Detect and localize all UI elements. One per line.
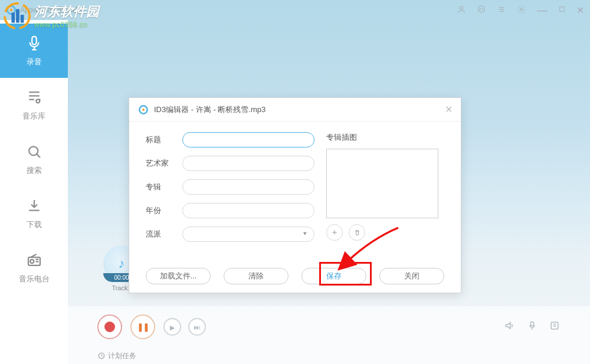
watermark-logo-icon bbox=[4, 2, 31, 29]
svg-point-3 bbox=[478, 6, 485, 12]
menu-icon[interactable] bbox=[497, 5, 506, 16]
chat-icon[interactable] bbox=[477, 5, 486, 16]
player-bar bbox=[68, 306, 590, 347]
svg-point-28 bbox=[142, 108, 145, 110]
mic-settings-icon[interactable] bbox=[526, 320, 538, 335]
sidebar-item-label: 下载 bbox=[27, 219, 42, 230]
dialog-header: ID3编辑器 - 许嵩 - 断桥残雪.mp3 ✕ bbox=[129, 98, 461, 122]
library-icon bbox=[25, 88, 43, 106]
watermark-url: www.pc0359.cn bbox=[34, 21, 99, 29]
svg-rect-30 bbox=[11, 12, 15, 22]
minimize-icon[interactable]: — bbox=[537, 4, 548, 17]
label-artist: 艺术家 bbox=[146, 158, 182, 169]
user-icon[interactable] bbox=[457, 5, 466, 16]
dialog-footer: 加载文件... 清除 保存 关闭 bbox=[129, 268, 461, 284]
delete-cover-button[interactable] bbox=[349, 224, 365, 241]
svg-point-5 bbox=[482, 8, 483, 9]
close-icon[interactable]: ✕ bbox=[576, 5, 584, 16]
dialog-logo-icon bbox=[137, 104, 149, 116]
sidebar-item-search[interactable]: 搜索 bbox=[0, 132, 68, 186]
dialog-title: ID3编辑器 - 许嵩 - 断桥残雪.mp3 bbox=[154, 104, 445, 115]
sidebar-item-label: 录音 bbox=[27, 57, 42, 67]
app-window: Apowersoft 录音精灵 — ✕ 录音 音乐库 搜索 下载 bbox=[0, 0, 590, 364]
svg-rect-11 bbox=[32, 37, 37, 45]
maximize-icon[interactable] bbox=[558, 5, 566, 15]
label-year: 年份 bbox=[146, 205, 182, 216]
svg-rect-32 bbox=[21, 15, 24, 22]
clear-button[interactable]: 清除 bbox=[224, 268, 289, 284]
label-title: 标题 bbox=[146, 135, 182, 145]
list-icon[interactable] bbox=[549, 320, 560, 335]
watermark: 河东软件园 www.pc0359.cn bbox=[0, 0, 105, 35]
input-artist[interactable] bbox=[182, 156, 314, 171]
record-button[interactable] bbox=[97, 314, 122, 339]
tasks-label: 计划任务 bbox=[108, 351, 136, 361]
gear-icon[interactable] bbox=[517, 5, 526, 16]
clock-icon bbox=[97, 352, 106, 360]
sidebar-item-label: 搜索 bbox=[27, 165, 42, 176]
pause-button[interactable] bbox=[130, 314, 155, 339]
search-icon bbox=[25, 143, 43, 160]
svg-rect-10 bbox=[560, 7, 565, 12]
svg-rect-23 bbox=[551, 322, 558, 329]
watermark-name: 河东软件园 bbox=[34, 3, 99, 21]
cover-art-box bbox=[326, 149, 438, 218]
sidebar-item-label: 音乐电台 bbox=[19, 274, 50, 284]
play-button[interactable] bbox=[163, 318, 181, 336]
sidebar-item-label: 音乐库 bbox=[22, 111, 45, 122]
label-cover: 专辑插图 bbox=[326, 132, 444, 143]
window-controls: — ✕ bbox=[457, 4, 584, 17]
save-button[interactable]: 保存 bbox=[301, 268, 366, 284]
add-cover-button[interactable]: ＋ bbox=[326, 224, 343, 241]
close-button[interactable]: 关闭 bbox=[379, 268, 444, 284]
svg-point-2 bbox=[460, 6, 463, 9]
microphone-icon bbox=[25, 34, 43, 52]
label-genre: 流派 bbox=[146, 229, 182, 240]
sidebar-item-download[interactable]: 下载 bbox=[0, 186, 68, 241]
svg-point-16 bbox=[29, 146, 38, 155]
download-icon bbox=[25, 197, 43, 215]
input-album[interactable] bbox=[182, 179, 314, 195]
svg-point-9 bbox=[520, 8, 523, 11]
svg-point-19 bbox=[30, 260, 34, 263]
dialog-close-icon[interactable]: ✕ bbox=[445, 104, 453, 115]
id3-editor-dialog: ID3编辑器 - 许嵩 - 断桥残雪.mp3 ✕ 标题 艺术家 专辑 年份 bbox=[129, 97, 461, 293]
input-title[interactable] bbox=[182, 132, 314, 147]
sidebar-item-library[interactable]: 音乐库 bbox=[0, 78, 68, 132]
svg-point-4 bbox=[480, 8, 480, 9]
volume-icon[interactable] bbox=[504, 320, 516, 335]
svg-rect-31 bbox=[16, 9, 19, 23]
input-year[interactable] bbox=[182, 203, 314, 218]
load-file-button[interactable]: 加载文件... bbox=[146, 268, 211, 284]
sidebar: 录音 音乐库 搜索 下载 音乐电台 bbox=[0, 20, 68, 364]
id3-form: 标题 艺术家 专辑 年份 流派 bbox=[146, 132, 314, 250]
svg-line-17 bbox=[37, 154, 40, 158]
sidebar-item-radio[interactable]: 音乐电台 bbox=[0, 241, 68, 295]
select-genre[interactable] bbox=[182, 227, 314, 242]
tasks-bar[interactable]: 计划任务 bbox=[68, 347, 590, 364]
next-button[interactable] bbox=[188, 318, 206, 336]
svg-rect-22 bbox=[531, 322, 534, 326]
label-album: 专辑 bbox=[146, 182, 182, 192]
note-icon: ♪ bbox=[119, 256, 125, 271]
radio-icon bbox=[25, 251, 43, 269]
